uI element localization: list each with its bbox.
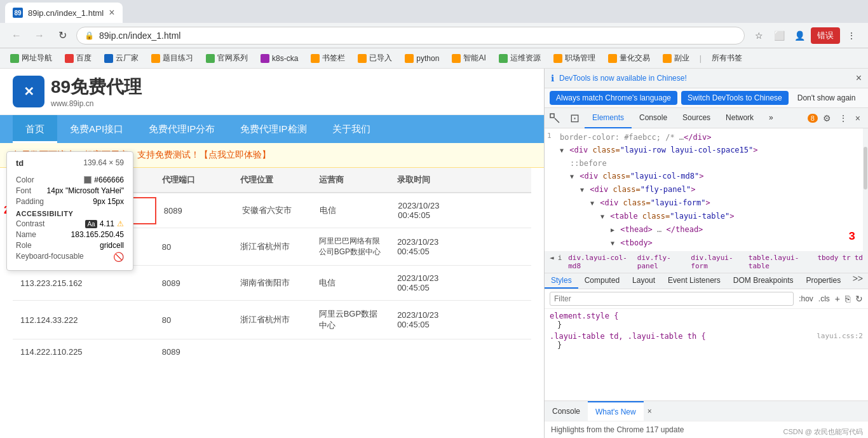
dom-scroll-thumb[interactable]	[864, 147, 867, 190]
styles-add-icon[interactable]: +	[835, 294, 840, 304]
devtools-tab-network[interactable]: Network	[718, 108, 761, 128]
breadcrumb-td[interactable]: td	[855, 254, 863, 270]
bookmark-favicon	[261, 54, 269, 63]
whats-new-close-icon[interactable]: ×	[644, 407, 656, 416]
nav-item-detect[interactable]: 免费代理IP检测	[227, 115, 319, 143]
bookmark-item-all[interactable]: 所有书签	[707, 51, 747, 65]
td-time-4: 2023/10/2300:45:05	[390, 303, 531, 337]
tooltip-contrast-label: Contrast	[16, 219, 44, 228]
styles-refresh-icon[interactable]: ↻	[855, 294, 863, 304]
styles-hov[interactable]: :hov	[799, 294, 813, 303]
breadcrumb-div-col[interactable]: div.layui-col-md8	[568, 254, 634, 270]
nav-item-distribute[interactable]: 免费代理IP分布	[136, 115, 227, 143]
forward-button[interactable]: →	[31, 27, 48, 44]
dom-line[interactable]: ▶ <thead> … </thead>	[557, 223, 868, 236]
responsive-icon[interactable]: ⊡	[565, 111, 585, 125]
styles-copy-icon[interactable]: ⎘	[845, 294, 850, 304]
menu-icon[interactable]: ⋮	[843, 27, 860, 44]
devtools-tab-elements[interactable]: Elements	[585, 108, 632, 128]
styles-tab-styles[interactable]: Styles	[545, 273, 578, 289]
whats-new-tab[interactable]: What's New	[588, 401, 644, 421]
tab-close-button[interactable]: ×	[109, 7, 114, 18]
styles-tab-properties[interactable]: Properties	[800, 273, 848, 289]
styles-more-icon[interactable]: >>	[848, 273, 868, 289]
error-button[interactable]: 错误	[811, 27, 840, 44]
expand-icon[interactable]: ▼	[590, 200, 594, 207]
styles-tab-layout[interactable]: Layout	[626, 273, 661, 289]
td-ip-3[interactable]: 113.223.215.162	[13, 271, 154, 296]
styles-tab-dom[interactable]: DOM Breakpoints	[727, 273, 800, 289]
devtools-close-button[interactable]: ×	[856, 72, 862, 84]
vertical-dots-icon[interactable]: ⋮	[836, 111, 850, 126]
bookmark-item-fuye[interactable]: 副业	[658, 51, 695, 65]
bookmark-item-wangzh[interactable]: 网址导航	[5, 51, 57, 65]
td-ip-5[interactable]: 114.222.110.225	[13, 339, 154, 364]
bookmark-favicon	[499, 54, 508, 63]
styles-tab-computed[interactable]: Computed	[578, 273, 626, 289]
bookmark-item-ai[interactable]: 智能AI	[447, 51, 491, 65]
bookmark-item-cloud[interactable]: 云厂家	[99, 51, 144, 65]
dom-comment: /* …	[665, 133, 684, 142]
dom-line[interactable]: ▼ <table class="layui-table">	[557, 210, 868, 223]
expand-icon[interactable]: ▼	[560, 147, 564, 154]
expand-icon[interactable]: ▼	[580, 186, 584, 193]
close-devtools-icon[interactable]: ×	[853, 111, 863, 126]
dom-line[interactable]: ▼ <tbody>	[557, 236, 868, 250]
dom-line[interactable]: ▼ <div class="layui-col-md8">	[557, 170, 868, 183]
always-match-btn[interactable]: Always match Chrome's language	[550, 91, 677, 105]
dom-line[interactable]: ::before	[557, 157, 868, 170]
breadcrumb-tr[interactable]: tr	[843, 254, 851, 270]
devtools-tab-console[interactable]: Console	[632, 108, 675, 128]
bookmark-item-书签[interactable]: 书签栏	[306, 51, 350, 65]
dom-scrollbar[interactable]	[863, 128, 868, 251]
breadcrumb-div-fly[interactable]: div.fly-panel	[637, 254, 687, 270]
dont-show-btn[interactable]: Don't show again	[792, 91, 861, 105]
dom-line[interactable]: border-color: #faebcc; /* …</div>	[557, 131, 868, 144]
dom-attr-val: "layui-col-md8"	[630, 172, 699, 181]
dom-line[interactable]: ▼ <div class="layui-row layui-col-space1…	[557, 144, 868, 157]
site-logo: ✕ 89免费代理 www.89ip.cn	[13, 75, 142, 108]
nav-item-about[interactable]: 关于我们	[320, 115, 383, 143]
nav-item-api[interactable]: 免费API接口	[57, 115, 136, 143]
extension-icon[interactable]: ⬜	[770, 27, 788, 44]
devtools-inspect-icon[interactable]	[545, 113, 565, 123]
breadcrumb-tbody[interactable]: tbody	[817, 254, 838, 270]
profile-icon[interactable]: 👤	[790, 27, 808, 44]
dom-line[interactable]: ▼ <div class="layui-form">	[557, 196, 868, 210]
styles-cls[interactable]: .cls	[818, 294, 830, 303]
expand-icon[interactable]: ▶	[611, 226, 614, 233]
reload-button[interactable]: ↻	[53, 27, 71, 44]
bookmark-star-icon[interactable]: ☆	[750, 27, 768, 44]
bookmark-item-lianghua[interactable]: 量化交易	[603, 51, 655, 65]
inspect-element-icon	[550, 113, 560, 123]
console-tab-bar: Console What's New ×	[545, 400, 868, 421]
td-ip-4[interactable]: 112.124.33.222	[13, 308, 154, 332]
bookmark-item-官网[interactable]: 官网系列	[201, 51, 253, 65]
bookmark-item-已导入[interactable]: 已导入	[353, 51, 397, 65]
back-button[interactable]: ←	[8, 27, 25, 44]
expand-icon[interactable]: ▼	[570, 173, 574, 180]
breadcrumb-table[interactable]: table.layui-table	[749, 254, 814, 270]
expand-icon[interactable]: ▼	[611, 240, 614, 247]
dom-line[interactable]: ▼ <div class="fly-panel">	[557, 183, 868, 196]
settings-icon[interactable]: ⚙	[820, 111, 834, 126]
styles-tab-event[interactable]: Event Listeners	[661, 273, 727, 289]
bookmark-item-k8s[interactable]: k8s-cka	[255, 53, 303, 64]
expand-icon[interactable]: ▼	[600, 213, 604, 220]
devtools-tab-sources[interactable]: Sources	[675, 108, 718, 128]
bookmark-item-yunwei[interactable]: 运维资源	[494, 51, 546, 65]
address-bar[interactable]: 🔒 89ip.cn/index_1.html	[76, 27, 745, 44]
devtools-tab-more[interactable]: »	[761, 108, 781, 128]
bookmark-item-baidu[interactable]: 百度	[60, 51, 97, 65]
switch-chinese-btn[interactable]: Switch DevTools to Chinese	[681, 91, 789, 105]
nav-item-home[interactable]: 首页	[13, 115, 57, 143]
breadcrumb-div-form[interactable]: div.layui-form	[691, 254, 744, 270]
error-count-badge: 8	[808, 114, 818, 123]
browser-tab[interactable]: 89 89ip.cn/index_1.html ×	[5, 3, 123, 23]
bookmark-item-zhichang[interactable]: 职场管理	[548, 51, 600, 65]
bookmark-item-python[interactable]: python	[400, 53, 444, 64]
styles-filter-input[interactable]	[550, 292, 794, 306]
dom-line[interactable]: ▼ <tr>	[557, 250, 868, 251]
bookmark-item-题目[interactable]: 题目练习	[146, 51, 198, 65]
console-tab[interactable]: Console	[545, 401, 588, 421]
